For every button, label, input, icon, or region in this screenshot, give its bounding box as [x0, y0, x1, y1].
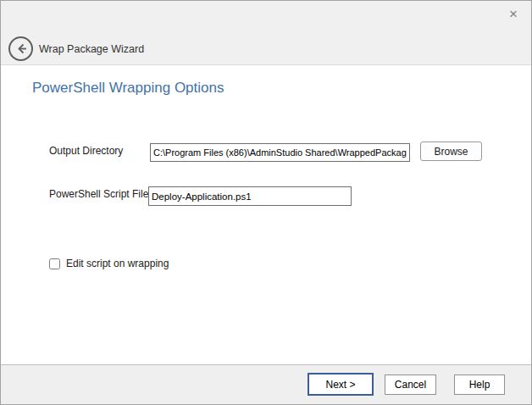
back-arrow-icon	[13, 41, 29, 57]
script-file-label: PowerShell Script File	[49, 188, 148, 200]
dialog-footer: Next > Cancel Help	[1, 364, 531, 404]
wrap-package-wizard-dialog: × Wrap Package Wizard PowerShell Wrappin…	[0, 0, 532, 405]
output-directory-input[interactable]	[150, 143, 410, 162]
edit-script-checkbox[interactable]	[49, 258, 60, 269]
edit-script-checkbox-label: Edit script on wrapping	[66, 258, 169, 269]
close-button[interactable]: ×	[502, 4, 524, 25]
page-title: PowerShell Wrapping Options	[32, 80, 224, 97]
next-button[interactable]: Next >	[308, 373, 374, 396]
browse-button[interactable]: Browse	[420, 141, 482, 161]
cancel-button[interactable]: Cancel	[385, 374, 436, 395]
edit-script-checkbox-row[interactable]: Edit script on wrapping	[49, 258, 169, 269]
dialog-header: × Wrap Package Wizard	[1, 1, 531, 65]
wizard-title: Wrap Package Wizard	[39, 43, 144, 55]
script-file-input[interactable]	[148, 186, 352, 206]
back-button[interactable]	[8, 36, 33, 61]
close-icon: ×	[509, 6, 518, 22]
help-button[interactable]: Help	[454, 374, 505, 395]
output-directory-label: Output Directory	[49, 145, 123, 157]
